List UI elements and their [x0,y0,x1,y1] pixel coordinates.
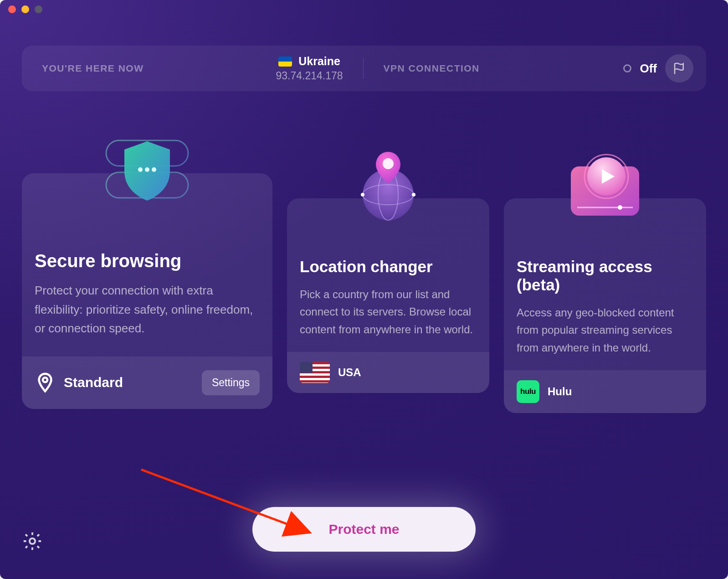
svg-point-17 [584,155,628,198]
mode-label: Standard [64,375,123,390]
vpn-target-flag-button[interactable] [665,54,693,83]
maximize-window-button[interactable] [35,5,42,13]
svg-point-18 [30,538,35,544]
here-now-label: YOU'RE HERE NOW [42,63,144,74]
settings-button[interactable]: Settings [202,370,260,395]
topbar-divider [363,58,364,79]
svg-point-9 [361,193,364,196]
card-secure-browsing[interactable]: Secure browsing Protect your connection … [22,173,272,409]
svg-point-5 [43,378,47,383]
svg-point-3 [145,167,149,172]
card-description: Pick a country from our list and connect… [300,286,477,338]
close-window-button[interactable] [8,5,16,13]
minimize-window-button[interactable] [21,5,29,13]
svg-rect-0 [106,140,188,166]
pin-icon [35,372,56,393]
service-label: Hulu [548,385,572,398]
card-streaming-access[interactable]: Streaming access (beta) Access any geo-b… [504,198,706,413]
card-description: Protect your connection with extra flexi… [35,281,260,338]
gear-icon[interactable] [22,531,43,552]
card-location-changer[interactable]: Location changer Pick a country from our… [287,198,489,393]
svg-point-12 [383,158,394,169]
svg-point-11 [386,167,390,171]
usa-flag-icon [300,362,330,383]
card-footer: Standard Settings [22,357,272,409]
vpn-connection-label: VPN CONNECTION [384,63,480,74]
vpn-status-dot-icon [623,64,631,72]
ukraine-flag-icon [278,57,292,67]
svg-point-4 [152,167,156,172]
flag-icon [672,62,686,75]
svg-point-16 [587,157,625,196]
card-description: Access any geo-blocked content from popu… [517,304,693,357]
card-title: Streaming access (beta) [517,258,693,294]
feature-cards: Secure browsing Protect your connection … [22,123,706,413]
current-location: Ukraine 93.74.214.178 [276,55,343,82]
bottom-bar: Protect me [22,531,706,552]
country-label: USA [338,366,361,379]
country-name: Ukraine [298,55,340,68]
hulu-badge-icon: hulu [517,380,539,403]
card-footer[interactable]: USA [287,352,489,393]
app-window: YOU'RE HERE NOW Ukraine 93.74.214.178 VP… [0,0,728,579]
card-footer[interactable]: hulu Hulu [504,370,706,413]
card-title: Secure browsing [35,251,260,271]
window-controls [8,5,42,13]
card-title: Location changer [300,258,477,276]
vpn-status-text: Off [640,62,657,76]
status-bar: YOU'RE HERE NOW Ukraine 93.74.214.178 VP… [22,46,706,91]
svg-point-2 [138,167,143,172]
ip-address: 93.74.214.178 [276,70,343,82]
protect-me-button[interactable]: Protect me [252,507,476,552]
svg-point-10 [412,193,415,196]
